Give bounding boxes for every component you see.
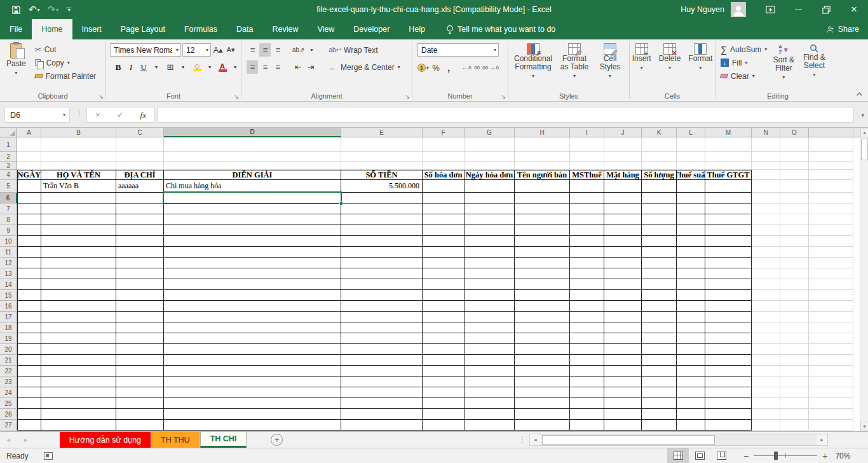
close-button[interactable]: ×: [840, 0, 868, 19]
row-header-14[interactable]: 14: [0, 279, 17, 290]
cell-H9[interactable]: [515, 225, 570, 236]
select-all-corner[interactable]: [0, 128, 17, 137]
cell-C23[interactable]: [116, 377, 164, 387]
cell-P2[interactable]: [809, 152, 853, 162]
cell-G18[interactable]: [465, 322, 515, 333]
cell-H3[interactable]: [515, 162, 570, 170]
cell-C13[interactable]: [116, 268, 164, 279]
row-header-12[interactable]: 12: [0, 258, 17, 268]
cell-K15[interactable]: [642, 290, 677, 301]
cell-N21[interactable]: [752, 355, 780, 366]
cell-J1[interactable]: [604, 137, 642, 152]
cell-O8[interactable]: [780, 214, 809, 225]
cell-P24[interactable]: [809, 387, 853, 398]
cell-M3[interactable]: [705, 162, 752, 170]
cell-J26[interactable]: [604, 409, 642, 420]
cell-N19[interactable]: [752, 333, 780, 344]
cell-D24[interactable]: [164, 387, 341, 398]
cell-A13[interactable]: [17, 268, 41, 279]
cell-I4[interactable]: MSThuế: [570, 170, 604, 180]
cell-E20[interactable]: [341, 344, 423, 355]
cell-G4[interactable]: Ngày hóa đơn: [465, 170, 515, 180]
name-box[interactable]: D6▾: [4, 107, 70, 123]
cell-B19[interactable]: [41, 333, 116, 344]
cell-O4[interactable]: [780, 170, 809, 180]
cell-J5[interactable]: [604, 180, 642, 193]
tab-page-layout[interactable]: Page Layout: [111, 19, 175, 39]
cell-G19[interactable]: [465, 333, 515, 344]
cell-D27[interactable]: [164, 420, 341, 431]
cell-K12[interactable]: [642, 258, 677, 268]
sheet-tab-th-chi[interactable]: TH CHI: [200, 432, 247, 448]
cell-L19[interactable]: [677, 333, 705, 344]
cell-B13[interactable]: [41, 268, 116, 279]
cell-M26[interactable]: [705, 409, 752, 420]
row-header-17[interactable]: 17: [0, 312, 17, 322]
cell-A14[interactable]: [17, 279, 41, 290]
cell-A16[interactable]: [17, 301, 41, 312]
cell-I8[interactable]: [570, 214, 604, 225]
cell-P18[interactable]: [809, 322, 853, 333]
cell-O19[interactable]: [780, 333, 809, 344]
cell-A11[interactable]: [17, 247, 41, 258]
italic-button[interactable]: I: [125, 60, 137, 74]
cell-N5[interactable]: [752, 180, 780, 193]
cell-H16[interactable]: [515, 301, 570, 312]
cell-L27[interactable]: [677, 420, 705, 431]
cell-J19[interactable]: [604, 333, 642, 344]
cell-E2[interactable]: [341, 152, 423, 162]
cell-I3[interactable]: [570, 162, 604, 170]
cell-B7[interactable]: [41, 204, 116, 214]
cell-D13[interactable]: [164, 268, 341, 279]
cancel-formula-button[interactable]: ×: [95, 110, 100, 120]
cell-G11[interactable]: [465, 247, 515, 258]
cell-D8[interactable]: [164, 214, 341, 225]
column-header-L[interactable]: L: [677, 128, 705, 137]
cell-E15[interactable]: [341, 290, 423, 301]
cell-L11[interactable]: [677, 247, 705, 258]
cell-D15[interactable]: [164, 290, 341, 301]
cell-O26[interactable]: [780, 409, 809, 420]
cell-F17[interactable]: [423, 312, 465, 322]
cell-F20[interactable]: [423, 344, 465, 355]
cell-N8[interactable]: [752, 214, 780, 225]
cell-K22[interactable]: [642, 366, 677, 377]
column-header-G[interactable]: G: [465, 128, 515, 137]
cell-F12[interactable]: [423, 258, 465, 268]
cell-J4[interactable]: Mặt hàng: [604, 170, 642, 180]
font-color-button[interactable]: A: [217, 60, 228, 74]
cell-L14[interactable]: [677, 279, 705, 290]
cell-B24[interactable]: [41, 387, 116, 398]
cell-D5[interactable]: Chi mua hàng hóa: [164, 180, 341, 193]
cell-E18[interactable]: [341, 322, 423, 333]
row-header-8[interactable]: 8: [0, 214, 17, 225]
sort-filter-button[interactable]: AZ▼ Sort & Filter▾: [768, 42, 799, 83]
cell-B5[interactable]: Trần Văn B: [41, 180, 116, 193]
underline-button[interactable]: U: [138, 60, 149, 74]
cell-G21[interactable]: [465, 355, 515, 366]
column-header-H[interactable]: H: [515, 128, 570, 137]
cell-G27[interactable]: [465, 420, 515, 431]
cell-P26[interactable]: [809, 409, 853, 420]
cell-B21[interactable]: [41, 355, 116, 366]
cell-H4[interactable]: Tên người bán: [515, 170, 570, 180]
cell-I24[interactable]: [570, 387, 604, 398]
normal-view-button[interactable]: [667, 448, 689, 463]
scroll-left-arrow[interactable]: ◄: [530, 434, 541, 445]
page-break-view-button[interactable]: [710, 448, 732, 463]
cell-G5[interactable]: [465, 180, 515, 193]
scroll-down-arrow[interactable]: ▼: [860, 422, 868, 431]
orientation-dropdown[interactable]: ▾: [306, 43, 318, 57]
row-header-18[interactable]: 18: [0, 322, 17, 333]
sheet-nav-left-arrow[interactable]: ◄: [0, 432, 17, 448]
number-format-combo[interactable]: Date▾: [417, 43, 499, 57]
cell-I25[interactable]: [570, 398, 604, 409]
row-header-24[interactable]: 24: [0, 387, 17, 398]
name-box-splitter[interactable]: ⋮: [75, 108, 83, 118]
cell-J17[interactable]: [604, 312, 642, 322]
cell-C7[interactable]: [116, 204, 164, 214]
cell-E27[interactable]: [341, 420, 423, 431]
cell-L3[interactable]: [677, 162, 705, 170]
alignment-dialog-launcher[interactable]: ↘: [405, 93, 410, 100]
row-header-7[interactable]: 7: [0, 204, 17, 214]
